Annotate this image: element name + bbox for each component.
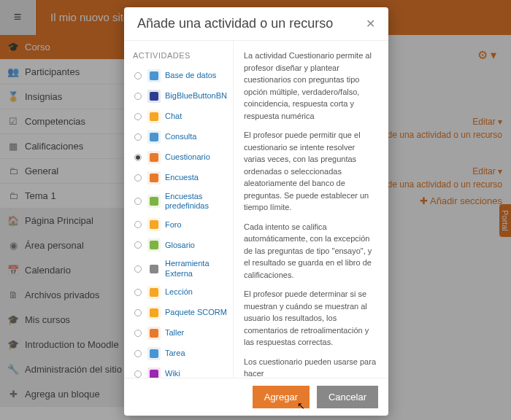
radio-icon: [134, 241, 142, 249]
activity-icon: [147, 69, 161, 82]
activity-row[interactable]: Foro: [133, 214, 233, 235]
activity-list: ACTIVIDADES Base de datosBigBlueButtonBN…: [124, 41, 234, 378]
activity-icon: [147, 368, 161, 378]
activity-row[interactable]: Encuesta: [133, 168, 233, 188]
activity-icon: [147, 151, 161, 164]
radio-icon: [134, 370, 142, 378]
activity-row[interactable]: Herramienta Externa: [133, 255, 233, 281]
activity-chooser-modal: Añade una actividad o un recurso ✕ ACTIV…: [124, 7, 388, 416]
activity-label: Taller: [165, 328, 184, 338]
svg-rect-1: [150, 92, 158, 101]
svg-rect-4: [150, 153, 158, 162]
svg-rect-7: [150, 220, 158, 229]
radio-icon: [134, 289, 142, 296]
svg-rect-6: [150, 197, 158, 206]
svg-rect-10: [150, 288, 158, 297]
radio-icon: [134, 154, 142, 161]
activity-row[interactable]: Glosario: [133, 235, 233, 255]
activity-icon: [147, 218, 161, 231]
radio-icon: [134, 350, 142, 357]
activity-icon: [147, 347, 161, 360]
radio-icon: [134, 133, 142, 141]
radio-icon: [134, 265, 142, 273]
agregar-button[interactable]: Agregar ↖: [253, 386, 310, 408]
activity-row[interactable]: Consulta: [133, 127, 233, 147]
activity-row[interactable]: Paquete SCORM: [133, 303, 233, 323]
activity-label: Foro: [165, 220, 182, 230]
activity-row[interactable]: Taller: [133, 323, 233, 343]
svg-rect-14: [150, 370, 158, 378]
activity-row[interactable]: Tarea: [133, 343, 233, 364]
activity-description: La actividad Cuestionario permite al pro…: [234, 41, 388, 378]
activity-icon: [147, 306, 161, 319]
activity-row[interactable]: Wiki: [133, 364, 233, 378]
activity-row[interactable]: BigBlueButtonBN: [133, 86, 233, 106]
activity-label: Paquete SCORM: [165, 308, 227, 317]
activity-label: Cuestionario: [165, 152, 210, 162]
activity-label: Encuestas predefinidas: [165, 192, 231, 211]
activity-label: Tarea: [165, 349, 185, 358]
svg-rect-9: [150, 265, 158, 273]
activity-icon: [147, 327, 161, 340]
svg-rect-0: [150, 71, 158, 80]
svg-rect-3: [150, 133, 158, 141]
activity-label: BigBlueButtonBN: [165, 91, 227, 101]
activity-icon: [147, 286, 161, 299]
radio-icon: [134, 198, 142, 205]
activity-row[interactable]: Lección: [133, 282, 233, 303]
svg-rect-8: [150, 241, 158, 249]
svg-rect-11: [150, 308, 158, 317]
svg-rect-2: [150, 112, 158, 121]
activity-icon: [147, 90, 161, 103]
radio-icon: [134, 113, 142, 120]
activity-row[interactable]: Base de datos: [133, 66, 233, 86]
activity-label: Encuesta: [165, 173, 199, 182]
svg-rect-5: [150, 174, 158, 182]
modal-title: Añade una actividad o un recurso: [137, 16, 333, 31]
activity-row[interactable]: Encuestas predefinidas: [133, 188, 233, 214]
radio-icon: [134, 174, 142, 182]
cursor-icon: ↖: [297, 400, 305, 411]
activity-label: Base de datos: [165, 71, 216, 80]
close-icon[interactable]: ✕: [366, 17, 375, 31]
radio-icon: [134, 221, 142, 228]
radio-icon: [134, 330, 142, 337]
activity-label: Wiki: [165, 369, 180, 378]
activity-icon: [147, 110, 161, 123]
radio-icon: [134, 309, 142, 316]
activity-label: Chat: [165, 112, 182, 121]
activity-icon: [147, 238, 161, 252]
activity-icon: [147, 131, 161, 144]
activity-label: Consulta: [165, 132, 196, 141]
svg-rect-12: [150, 329, 158, 338]
radio-icon: [134, 72, 142, 79]
activity-label: Glosario: [165, 241, 195, 250]
activity-icon: [147, 262, 161, 276]
radio-icon: [134, 93, 142, 100]
activity-icon: [147, 171, 161, 184]
svg-rect-13: [150, 349, 158, 358]
cancelar-button[interactable]: Cancelar: [317, 386, 378, 408]
activity-label: Lección: [165, 287, 193, 297]
activity-label: Herramienta Externa: [165, 259, 231, 278]
activity-icon: [147, 195, 161, 208]
section-header: ACTIVIDADES: [133, 51, 233, 60]
activity-row[interactable]: Cuestionario: [133, 147, 233, 168]
activity-row[interactable]: Chat: [133, 106, 233, 127]
